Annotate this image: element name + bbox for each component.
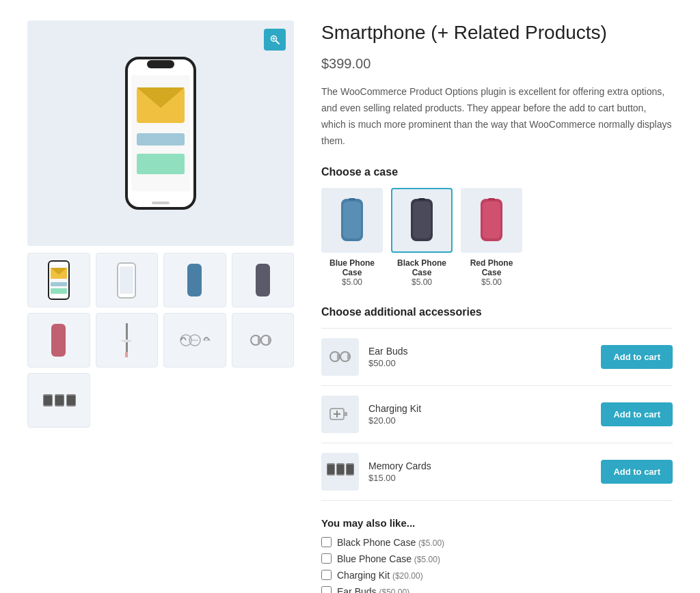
svg-rect-7 (152, 202, 170, 204)
svg-rect-10 (137, 133, 185, 146)
earbuds-price: $50.00 (368, 358, 601, 368)
also-like-earbuds-price: ($50.00) (379, 588, 409, 593)
also-like-blue-case[interactable]: Blue Phone Case ($5.00) (321, 553, 673, 564)
case-red-image (461, 188, 522, 253)
svg-rect-16 (51, 282, 67, 286)
case-black-image (391, 188, 453, 253)
product-title: Smartphone (+ Related Products) (321, 20, 673, 45)
case-black-name: Black Phone Case (391, 258, 453, 277)
earbuds-image (321, 338, 359, 376)
svg-rect-54 (344, 412, 347, 416)
also-like-charging-checkbox[interactable] (321, 570, 332, 580)
case-black-price: $5.00 (391, 277, 453, 287)
also-like-charging-price: ($20.00) (392, 571, 423, 581)
case-blue-price: $5.00 (321, 277, 383, 287)
svg-line-1 (276, 41, 279, 44)
memory-add-to-cart[interactable]: Add to cart (601, 460, 673, 484)
accessory-memory: Memory Cards $15.00 Add to cart (321, 443, 673, 501)
zoom-button[interactable] (264, 29, 286, 51)
accessories-section: Choose additional accessories Ear Buds $… (321, 306, 673, 501)
also-like-blue-case-label: Blue Phone Case ($5.00) (337, 553, 440, 564)
svg-rect-39 (67, 396, 75, 405)
thumbnail-5[interactable] (27, 313, 90, 368)
case-option-blue[interactable]: Blue Phone Case $5.00 (321, 188, 383, 287)
memory-image (321, 453, 359, 491)
left-column (27, 20, 294, 593)
svg-rect-22 (51, 324, 66, 357)
thumbnail-3[interactable] (163, 253, 226, 307)
svg-point-24 (121, 340, 132, 342)
phone-svg (116, 55, 205, 212)
also-like-black-case-label: Black Phone Case ($5.00) (337, 537, 444, 548)
svg-rect-20 (187, 264, 202, 296)
earbuds-add-to-cart[interactable]: Add to cart (601, 345, 673, 369)
thumbnail-4[interactable] (232, 253, 295, 307)
case-options-row: Blue Phone Case $5.00 Black Phone Case $… (321, 188, 673, 287)
case-red-name: Red Phone Case (461, 258, 522, 277)
svg-rect-25 (125, 352, 128, 357)
case-section: Choose a case Blue Phone Case $5.00 (321, 166, 673, 287)
case-red-price: $5.00 (461, 277, 522, 287)
also-like-earbuds[interactable]: Ear Buds ($50.00) (321, 586, 673, 593)
svg-rect-62 (347, 465, 353, 474)
thumbnail-7[interactable] (163, 313, 226, 368)
also-like-black-case-price: ($5.00) (418, 538, 444, 548)
svg-rect-33 (268, 337, 271, 344)
svg-rect-41 (343, 202, 361, 238)
also-like-section: You may also like... Black Phone Case ($… (321, 517, 673, 593)
svg-rect-44 (413, 202, 431, 238)
case-option-black[interactable]: Black Phone Case $5.00 (391, 188, 453, 287)
memory-price: $15.00 (368, 473, 601, 483)
svg-rect-37 (55, 396, 64, 405)
thumbnail-2[interactable] (96, 253, 159, 307)
product-price: $399.00 (321, 56, 673, 72)
thumbnail-grid (27, 253, 294, 428)
also-like-earbuds-label: Ear Buds ($50.00) (337, 586, 409, 593)
thumbnail-1[interactable] (27, 253, 90, 307)
also-like-charging[interactable]: Charging Kit ($20.00) (321, 570, 673, 581)
accessory-earbuds: Ear Buds $50.00 Add to cart (321, 328, 673, 385)
thumbnail-6[interactable] (96, 313, 159, 368)
svg-rect-42 (349, 198, 355, 200)
svg-rect-17 (51, 288, 67, 294)
case-option-red[interactable]: Red Phone Case $5.00 (461, 188, 522, 287)
accessory-charging: Charging Kit $20.00 Add to cart (321, 385, 673, 443)
thumbnail-8[interactable] (232, 313, 295, 368)
right-column: Smartphone (+ Related Products) $399.00 … (321, 20, 673, 593)
page-wrapper: Smartphone (+ Related Products) $399.00 … (0, 0, 700, 593)
svg-rect-19 (120, 266, 133, 294)
also-like-black-case[interactable]: Black Phone Case ($5.00) (321, 537, 673, 548)
charging-add-to-cart[interactable]: Add to cart (601, 402, 673, 426)
also-like-earbuds-checkbox[interactable] (321, 586, 332, 593)
svg-rect-6 (147, 60, 174, 68)
earbuds-info: Ear Buds $50.00 (368, 346, 601, 368)
accessories-label: Choose additional accessories (321, 306, 673, 318)
svg-rect-35 (44, 396, 52, 405)
earbuds-name: Ear Buds (368, 346, 601, 357)
also-like-blue-case-price: ($5.00) (414, 555, 440, 564)
svg-rect-47 (483, 202, 500, 238)
charging-info: Charging Kit $20.00 (368, 403, 601, 426)
svg-rect-50 (337, 353, 339, 360)
charging-price: $20.00 (368, 415, 601, 426)
also-like-charging-label: Charging Kit ($20.00) (337, 570, 423, 581)
charging-image (321, 396, 359, 433)
memory-info: Memory Cards $15.00 (368, 460, 601, 483)
svg-rect-21 (256, 264, 270, 296)
also-like-black-case-checkbox[interactable] (321, 537, 332, 547)
svg-rect-31 (258, 337, 260, 344)
also-like-blue-case-checkbox[interactable] (321, 553, 332, 564)
svg-rect-52 (347, 353, 349, 360)
thumbnail-9[interactable] (27, 373, 90, 428)
svg-rect-11 (137, 154, 185, 174)
case-section-label: Choose a case (321, 166, 673, 178)
case-blue-name: Blue Phone Case (321, 258, 383, 277)
svg-rect-58 (327, 465, 334, 474)
charging-name: Charging Kit (368, 403, 601, 414)
product-description: The WooCommerce Product Options plugin i… (321, 84, 673, 149)
main-product-image (27, 20, 294, 246)
svg-rect-60 (337, 465, 344, 474)
also-like-title: You may also like... (321, 517, 673, 529)
memory-name: Memory Cards (368, 460, 601, 471)
case-blue-image (321, 188, 383, 253)
